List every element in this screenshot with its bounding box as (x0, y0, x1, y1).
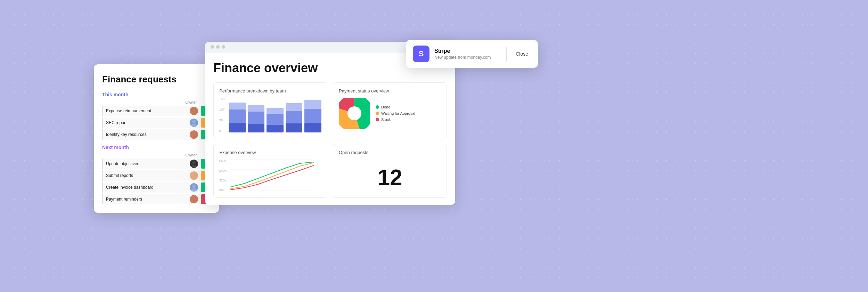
svg-point-6 (192, 161, 196, 164)
bar-segment-top (267, 108, 284, 114)
table-row: Submit reports (102, 170, 211, 181)
avatar (190, 130, 198, 139)
bar-segment-mid (229, 110, 246, 123)
titlebar-dot-2 (216, 45, 220, 49)
table-row: Expense reimbursement (102, 106, 211, 116)
stripe-text: Stripe New update from monday.com (434, 48, 500, 60)
task-name: Submit reports (103, 170, 190, 181)
line-chart-svg (230, 159, 314, 190)
bar-segment-bot (229, 123, 246, 132)
stripe-app-name: Stripe (434, 48, 500, 54)
bar-segment-mid (304, 109, 321, 123)
open-requests-title: Open requests (339, 150, 441, 155)
payment-status-title: Payment status overview (339, 88, 441, 94)
finance-requests-card: Finance requests This month Owner Expens… (94, 64, 219, 213)
task-name: SEC report (103, 117, 190, 128)
stripe-icon: S (413, 46, 429, 62)
avatar (190, 195, 198, 203)
expense-overview-chart-box: Expense overview $60K $40K $20K $0K (213, 144, 327, 198)
task-name: Expense reimbursement (103, 106, 190, 116)
task-name: Update objectives (103, 159, 190, 169)
owner-header-2: Owner (102, 153, 211, 157)
close-button[interactable]: Close (513, 50, 531, 58)
svg-point-4 (192, 132, 196, 135)
stripe-notification: S Stripe New update from monday.com Clos… (406, 40, 538, 68)
legend-item-waiting: Waiting for Approval (376, 111, 415, 115)
table-row: Payment reminders (102, 194, 211, 204)
svg-point-9 (191, 177, 197, 180)
avatar (190, 119, 198, 127)
svg-point-3 (191, 124, 197, 127)
bar-chart-y-axis: 150 100 50 0 (219, 98, 224, 132)
expense-overview-title: Expense overview (219, 150, 321, 155)
legend-dot-green (376, 105, 379, 109)
bars-wrapper (226, 98, 321, 132)
legend-item-stuck: Stuck (376, 117, 415, 122)
open-requests-count: 12 (339, 159, 441, 190)
table-row: Identify key resources (102, 129, 211, 140)
pie-legend: Done Waiting for Approval Stuck (376, 105, 415, 122)
stripe-divider (506, 47, 507, 61)
bar-segment-top (304, 100, 321, 109)
task-name: Identify key resources (103, 129, 190, 140)
legend-dot-red (376, 118, 379, 121)
svg-point-8 (192, 173, 196, 176)
bar-segment-mid (286, 111, 303, 123)
payment-status-chart-box: Payment status overview D (333, 82, 447, 138)
legend-item-done: Done (376, 105, 415, 109)
this-month-label: This month (102, 92, 211, 97)
task-name: Payment reminders (103, 194, 190, 204)
legend-label-stuck: Stuck (381, 117, 391, 122)
bar-group (229, 103, 246, 132)
svg-point-13 (191, 200, 197, 203)
avatar (190, 183, 198, 192)
avatar (190, 160, 198, 168)
svg-point-7 (191, 165, 197, 168)
pie-chart-svg (339, 98, 370, 129)
bar-segment-mid (248, 112, 265, 124)
svg-point-1 (191, 112, 197, 115)
bar-segment-bot (286, 123, 303, 132)
stripe-message: New update from monday.com (434, 55, 500, 60)
bar-segment-bot (304, 123, 321, 132)
avatar (190, 107, 198, 115)
svg-point-12 (192, 196, 196, 200)
charts-grid: Performance breakdown by team 150 100 50… (213, 82, 447, 198)
pie-area: Done Waiting for Approval Stuck (339, 98, 441, 129)
table-row: Create invoice dashboard (102, 182, 211, 193)
titlebar-dot-1 (211, 45, 214, 49)
legend-label-done: Done (381, 105, 390, 109)
legend-label-waiting: Waiting for Approval (381, 111, 415, 115)
open-requests-box: Open requests 12 (333, 144, 447, 198)
bar-group (286, 103, 303, 132)
bar-segment-bot (267, 125, 284, 132)
bar-group (248, 105, 265, 132)
task-name: Create invoice dashboard (103, 182, 190, 193)
next-month-label: Next month (102, 145, 211, 150)
bar-segment-top (248, 105, 265, 112)
line-chart-y-labels: $60K $40K $20K $0K (219, 159, 227, 192)
svg-point-10 (192, 185, 196, 188)
svg-point-11 (191, 188, 197, 192)
bar-segment-mid (267, 114, 284, 125)
avatar (190, 171, 198, 180)
svg-point-17 (347, 106, 361, 120)
bar-segment-top (229, 103, 246, 110)
performance-chart-title: Performance breakdown by team (219, 88, 321, 94)
finance-requests-title: Finance requests (102, 74, 211, 85)
performance-chart-box: Performance breakdown by team 150 100 50… (213, 82, 327, 138)
svg-point-2 (192, 120, 196, 123)
bar-segment-bot (248, 124, 265, 132)
bar-group (267, 108, 284, 132)
bar-group (304, 100, 321, 132)
bar-segment-top (286, 103, 303, 111)
svg-point-5 (191, 136, 197, 139)
table-row: Update objectives (102, 159, 211, 169)
svg-point-0 (192, 108, 196, 112)
owner-header-1: Owner (102, 100, 211, 104)
legend-dot-orange (376, 112, 379, 115)
titlebar-dot-3 (222, 45, 225, 49)
table-row: SEC report (102, 117, 211, 128)
